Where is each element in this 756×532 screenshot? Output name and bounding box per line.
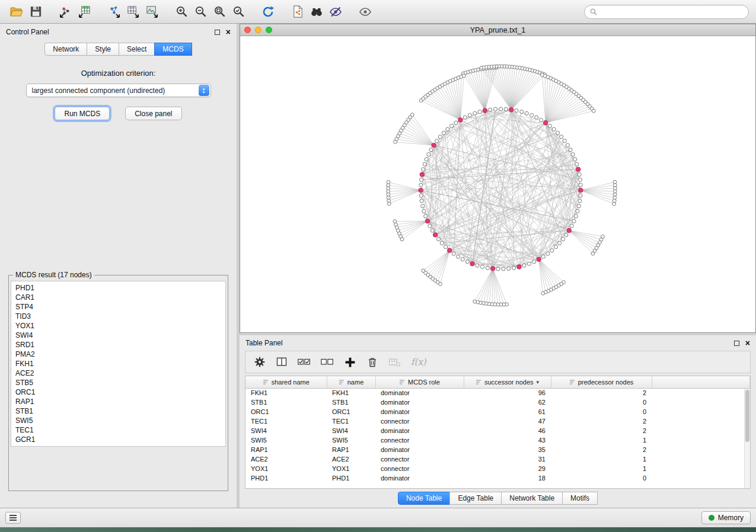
cell-mcds-role[interactable]: connector	[375, 416, 464, 426]
mcds-result-item[interactable]: ACE2	[15, 368, 221, 378]
column-layout-button[interactable]	[276, 356, 288, 368]
cell-name[interactable]: SWI5	[327, 435, 375, 445]
search-input[interactable]	[598, 8, 744, 16]
cell-mcds-role[interactable]: dominator	[375, 473, 464, 483]
table-panel-tab[interactable]: Network Table	[501, 492, 563, 505]
table-row[interactable]: SWI4 SWI4 dominator 46 2	[245, 426, 750, 435]
table-panel-tab[interactable]: Node Table	[398, 492, 451, 505]
cell-shared-name[interactable]: SWI5	[245, 435, 327, 445]
cell-name[interactable]: STB1	[327, 398, 375, 407]
cell-successor-nodes[interactable]: 18	[464, 473, 551, 483]
mcds-result-item[interactable]: RAP1	[15, 397, 221, 406]
cell-mcds-role[interactable]: dominator	[375, 398, 464, 407]
memory-button[interactable]: Memory	[701, 511, 751, 524]
cell-successor-nodes[interactable]: 46	[464, 426, 551, 435]
zoom-selected-button[interactable]	[229, 2, 248, 21]
float-panel-icon[interactable]	[215, 30, 220, 35]
cell-predecessor-nodes[interactable]: 2	[551, 388, 652, 398]
column-header[interactable]: name ▾	[327, 376, 375, 388]
cell-successor-nodes[interactable]: 62	[464, 398, 551, 407]
cell-mcds-role[interactable]: dominator	[375, 445, 464, 454]
cell-name[interactable]: YOX1	[327, 464, 375, 473]
column-header[interactable]: MCDS role ▾	[375, 376, 464, 388]
find-button[interactable]	[307, 2, 326, 21]
cell-successor-nodes[interactable]: 43	[464, 435, 551, 445]
mcds-result-item[interactable]: YOX1	[15, 321, 221, 331]
network-canvas[interactable]	[240, 36, 755, 332]
mcds-result-item[interactable]: FKH1	[15, 359, 221, 368]
cell-name[interactable]: PHD1	[327, 473, 375, 483]
table-row[interactable]: PHD1 PHD1 dominator 18 0	[245, 473, 750, 483]
close-panel-icon[interactable]: ×	[226, 29, 231, 35]
cell-predecessor-nodes[interactable]: 2	[551, 445, 652, 454]
table-panel-tab[interactable]: Motifs	[562, 492, 598, 505]
table-scrollbar[interactable]	[744, 389, 750, 488]
cell-mcds-role[interactable]: connector	[375, 435, 464, 445]
window-close-icon[interactable]	[244, 27, 251, 33]
network-graph[interactable]	[240, 36, 755, 332]
cell-predecessor-nodes[interactable]: 0	[551, 398, 652, 407]
mcds-result-item[interactable]: STB1	[15, 406, 221, 416]
cell-shared-name[interactable]: ORC1	[245, 407, 327, 416]
column-header[interactable]: successor nodes ▾	[464, 376, 551, 388]
window-maximize-icon[interactable]	[266, 27, 272, 33]
cell-shared-name[interactable]: STB1	[245, 398, 327, 407]
window-minimize-icon[interactable]	[255, 27, 261, 33]
table-row[interactable]: TEC1 TEC1 connector 47 2	[245, 416, 750, 426]
cell-name[interactable]: ACE2	[327, 454, 375, 464]
mcds-result-item[interactable]: SWI5	[15, 416, 221, 425]
mcds-result-item[interactable]: TID3	[15, 312, 221, 321]
cell-predecessor-nodes[interactable]: 2	[551, 426, 652, 435]
table-row[interactable]: ACE2 ACE2 connector 31 1	[245, 454, 750, 464]
cell-successor-nodes[interactable]: 47	[464, 416, 551, 426]
cell-mcds-role[interactable]: connector	[375, 454, 464, 464]
control-panel-tab[interactable]: MCDS	[154, 43, 192, 56]
table-row[interactable]: STB1 STB1 dominator 62 0	[245, 398, 750, 407]
hide-selected-button[interactable]	[326, 2, 345, 21]
cell-name[interactable]: FKH1	[327, 388, 375, 398]
cell-shared-name[interactable]: TEC1	[245, 416, 327, 426]
cell-shared-name[interactable]: RAP1	[245, 445, 327, 454]
float-panel-icon[interactable]	[734, 341, 739, 346]
mcds-result-item[interactable]: STB5	[15, 378, 221, 387]
cell-successor-nodes[interactable]: 61	[464, 407, 551, 416]
table-row[interactable]: ORC1 ORC1 dominator 61 0	[245, 407, 750, 416]
status-menu-button[interactable]	[5, 512, 21, 524]
open-session-button[interactable]	[7, 2, 26, 21]
column-header[interactable]: shared name ▾	[245, 376, 327, 388]
zoom-in-button[interactable]	[172, 2, 191, 21]
cell-name[interactable]: ORC1	[327, 407, 375, 416]
criterion-select[interactable]: largest connected component (undirected)…	[26, 84, 211, 97]
mcds-result-item[interactable]: TEC1	[15, 425, 221, 435]
table-panel-tab[interactable]: Edge Table	[449, 492, 502, 505]
cell-shared-name[interactable]: FKH1	[245, 388, 327, 398]
column-header[interactable]: predecessor nodes ▾	[551, 376, 652, 388]
cell-successor-nodes[interactable]: 96	[464, 388, 551, 398]
close-panel-icon[interactable]: ×	[745, 340, 750, 346]
export-table-button[interactable]	[123, 2, 142, 21]
zoom-out-button[interactable]	[191, 2, 210, 21]
cell-mcds-role[interactable]: dominator	[375, 388, 464, 398]
mcds-result-item[interactable]: SRD1	[15, 340, 221, 350]
table-row[interactable]: RAP1 RAP1 dominator 35 2	[245, 445, 750, 454]
cell-shared-name[interactable]: YOX1	[245, 464, 327, 473]
cell-mcds-role[interactable]: dominator	[375, 426, 464, 435]
export-image-button[interactable]	[142, 2, 161, 21]
cell-predecessor-nodes[interactable]: 1	[551, 464, 652, 473]
mcds-result-item[interactable]: GCR1	[15, 435, 221, 444]
cell-name[interactable]: TEC1	[327, 416, 375, 426]
cell-shared-name[interactable]: ACE2	[245, 454, 327, 464]
cell-predecessor-nodes[interactable]: 2	[551, 416, 652, 426]
cell-predecessor-nodes[interactable]: 0	[551, 407, 652, 416]
control-panel-tab[interactable]: Style	[87, 43, 119, 56]
mcds-result-item[interactable]: ORC1	[15, 387, 221, 397]
cell-successor-nodes[interactable]: 29	[464, 464, 551, 473]
table-row[interactable]: FKH1 FKH1 dominator 96 2	[245, 388, 750, 398]
export-network-button[interactable]	[104, 2, 123, 21]
import-table-button[interactable]	[75, 2, 94, 21]
save-session-button[interactable]	[26, 2, 45, 21]
mcds-result-item[interactable]: CAR1	[15, 293, 221, 302]
cell-name[interactable]: RAP1	[327, 445, 375, 454]
cell-mcds-role[interactable]: dominator	[375, 407, 464, 416]
table-settings-button[interactable]	[254, 356, 266, 368]
